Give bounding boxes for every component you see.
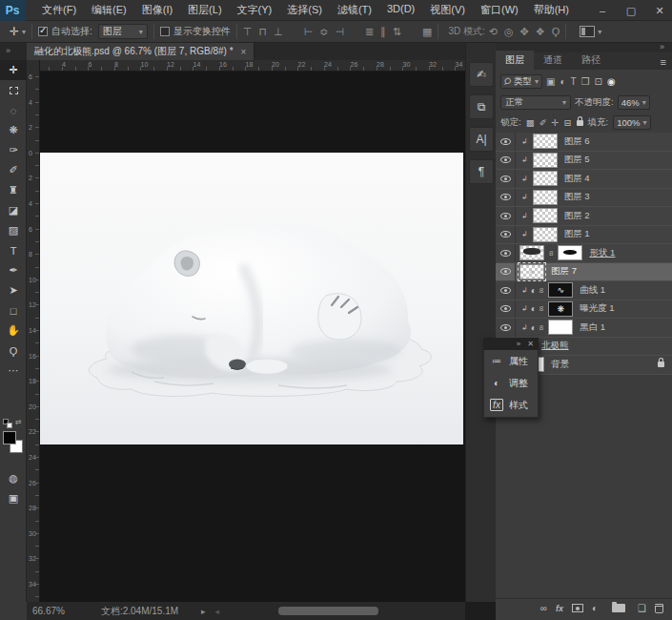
align-vertical-centers-icon[interactable]: ⊓ (258, 26, 267, 38)
move-tool[interactable]: ✛ (0, 60, 27, 80)
delete-layer-icon[interactable] (655, 604, 663, 613)
tab-close-icon[interactable]: × (241, 47, 247, 57)
gradient-tool[interactable]: ▨ (0, 220, 27, 240)
shape-tool[interactable]: □ (0, 300, 27, 320)
minimize-button[interactable]: – (596, 5, 609, 16)
layer-name[interactable]: 图层 6 (564, 135, 590, 148)
filter-shape-layers-icon[interactable]: ❒ (581, 76, 590, 87)
workspace-caret-icon[interactable]: ▾ (598, 28, 601, 36)
layer-name[interactable]: 北极熊 (541, 340, 569, 352)
layer-name[interactable]: 图层 7 (551, 265, 577, 278)
new-layer-icon[interactable]: ❑ (638, 603, 646, 613)
brush-tool[interactable]: ✐ (0, 160, 27, 180)
layer-name[interactable]: 曲线 1 (580, 284, 605, 297)
layer-row[interactable]: ↲图层 1 (496, 226, 672, 245)
fill-dropdown[interactable]: 100% ▾ (613, 115, 650, 130)
layer-thumbnail[interactable] (533, 190, 558, 205)
3d-pan-icon[interactable]: ✥ (520, 26, 529, 38)
screen-mode-toggle[interactable]: ▣ (0, 488, 27, 508)
layer-row[interactable]: ↲图层 2 (496, 207, 672, 226)
visibility-toggle[interactable] (496, 281, 516, 300)
scroll-left-arrow-icon[interactable]: ◂ (215, 607, 220, 616)
layer-row[interactable]: ↲◐8黑白 1 (496, 319, 672, 338)
3d-roll-icon[interactable]: ◎ (504, 26, 514, 38)
menu-item-1[interactable]: 文件(F) (34, 3, 84, 17)
hand-tool[interactable]: ✋ (0, 320, 27, 341)
glyphs-panel-icon[interactable]: ⧉ (469, 94, 494, 119)
layer-name[interactable]: 图层 2 (564, 210, 590, 222)
lock-all-icon[interactable] (577, 120, 583, 126)
layer-name[interactable]: 形状 1 (589, 247, 615, 259)
tab-图层[interactable]: 图层 (496, 51, 534, 70)
filter-adjustment-layers-icon[interactable]: ◐ (560, 76, 565, 87)
auto-align-layers-icon[interactable]: ▦ (422, 26, 432, 38)
adjustment-mask-thumbnail[interactable]: ❋ (548, 301, 573, 317)
visibility-toggle[interactable] (496, 226, 516, 244)
link-layers-icon[interactable]: ∞ (540, 603, 547, 613)
filter-pixel-layers-icon[interactable]: ▣ (546, 76, 555, 87)
distribute-vertical-icon[interactable]: ≣ (365, 26, 374, 38)
canvas-area[interactable]: 46810121416182022242628303234 6420246810… (27, 60, 465, 602)
layer-row[interactable]: ↲图层 3 (496, 189, 672, 208)
document-tab[interactable]: 融化的北极熊.psd @ 66.7% (图层 7, RGB/8#) * × (27, 43, 255, 60)
marquee-tool[interactable] (0, 80, 27, 100)
quick-selection-tool[interactable]: ❋ (0, 120, 27, 140)
lock-move-icon[interactable]: ✛ (552, 117, 560, 128)
document-canvas[interactable] (40, 153, 463, 444)
menu-item-2[interactable]: 编辑(E) (84, 3, 134, 17)
flyout-close-icon[interactable]: ✕ (527, 340, 534, 348)
horizontal-scrollbar-thumb[interactable] (278, 607, 378, 615)
type-tool[interactable]: T (0, 240, 27, 260)
tab-通道[interactable]: 通道 (534, 51, 572, 70)
foreground-color-swatch[interactable] (3, 431, 16, 444)
eraser-tool[interactable]: ◪ (0, 200, 27, 220)
filter-smart-objects-icon[interactable]: ⊡ (595, 76, 602, 87)
visibility-toggle[interactable] (496, 189, 516, 207)
path-selection-tool[interactable]: ➤ (0, 280, 27, 300)
layer-thumbnail[interactable] (533, 171, 558, 186)
maximize-button[interactable]: ▢ (624, 5, 638, 17)
align-right-edges-icon[interactable]: ⊣ (335, 26, 344, 38)
visibility-toggle[interactable] (496, 319, 516, 337)
align-bottom-edges-icon[interactable]: ⊥ (274, 26, 283, 38)
tool-preset-caret-icon[interactable]: ▾ (22, 28, 26, 36)
clone-stamp-tool[interactable]: ♜ (0, 180, 27, 200)
layer-name[interactable]: 图层 5 (564, 154, 590, 166)
layer-thumbnail[interactable] (533, 208, 558, 223)
layer-row[interactable]: ≈图层 7 (496, 263, 672, 282)
opacity-dropdown[interactable]: 46% ▾ (618, 95, 650, 110)
menu-item-11[interactable]: 帮助(H) (526, 3, 577, 17)
show-transform-checkbox[interactable] (160, 27, 170, 36)
menu-item-10[interactable]: 窗口(W) (473, 3, 526, 17)
filter-type-layers-icon[interactable]: T (571, 76, 577, 87)
panel-menu-icon[interactable]: ≡ (661, 56, 666, 68)
panel-collapse-icon[interactable]: » (660, 42, 664, 52)
align-top-edges-icon[interactable]: ⊤ (243, 26, 253, 38)
layer-row[interactable]: 8形状 1 (496, 244, 672, 263)
visibility-toggle[interactable] (496, 300, 516, 319)
workspace-switcher-icon[interactable] (580, 26, 595, 37)
layer-name[interactable]: 背景 (551, 359, 569, 371)
filter-type-dropdown[interactable]: Ϙ 类型 ▾ (500, 74, 542, 89)
layer-name[interactable]: 黑白 1 (580, 321, 605, 334)
status-flyout-arrow-icon[interactable]: ▸ (201, 607, 206, 616)
quick-mask-toggle[interactable]: ◍ (0, 468, 27, 488)
new-group-icon[interactable] (612, 604, 625, 612)
shape-layer-thumbnail[interactable] (519, 245, 544, 260)
properties-panel-item[interactable]: ≔属性 (484, 350, 538, 372)
visibility-toggle[interactable] (496, 207, 516, 225)
layer-row[interactable]: ↲图层 5 (496, 152, 672, 171)
3d-orbit-icon[interactable]: ⟲ (489, 26, 498, 38)
zoom-tool[interactable]: Ϙ (0, 341, 27, 361)
visibility-toggle[interactable] (496, 152, 516, 170)
tab-路径[interactable]: 路径 (572, 51, 610, 70)
vector-mask-thumbnail[interactable] (558, 245, 582, 260)
more-tools[interactable]: ⋯ (0, 361, 27, 381)
paragraph-panel-icon[interactable]: ¶ (469, 159, 494, 184)
lasso-tool[interactable]: ◌ (0, 100, 27, 120)
lock-paint-icon[interactable]: ✐ (540, 117, 547, 128)
close-button[interactable]: ✕ (653, 5, 666, 17)
layer-name[interactable]: 曝光度 1 (580, 302, 614, 315)
auto-select-target-dropdown[interactable]: 图层 ▾ (98, 24, 148, 39)
3d-slide-icon[interactable]: ❖ (536, 26, 545, 38)
